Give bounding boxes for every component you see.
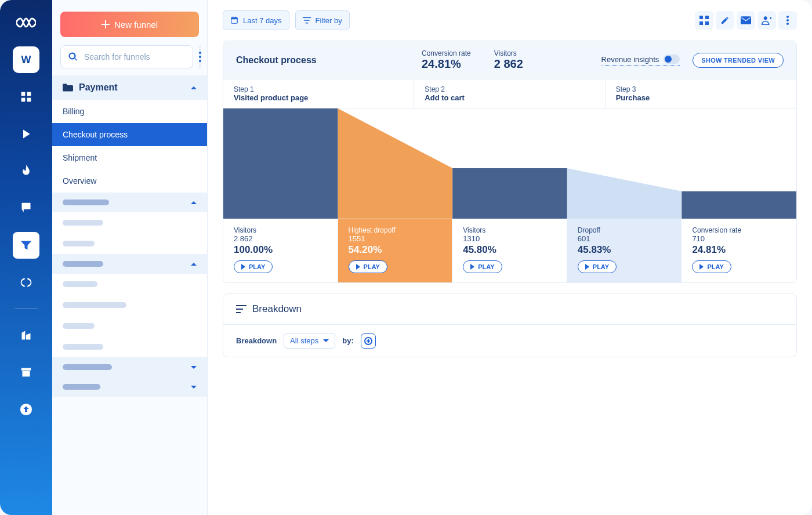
skeleton-folder[interactable] [52,193,207,212]
chevron-up-icon [191,263,197,266]
rail-separator [14,309,38,309]
svg-rect-34 [236,309,243,310]
sidebar-item-billing[interactable]: Billing [52,100,207,123]
plus-circle-icon [364,337,372,345]
nav-archive[interactable] [13,359,39,386]
svg-rect-3 [27,98,31,102]
nav-feedback[interactable] [13,195,39,222]
svg-point-12 [199,60,201,62]
svg-rect-19 [305,23,308,24]
svg-rect-5 [22,371,30,377]
action-grid[interactable] [695,11,713,30]
breakdown-label: Breakdown [236,336,277,345]
svg-rect-33 [236,305,246,306]
toolbar-actions [695,11,797,30]
svg-point-26 [786,19,789,21]
nav-org[interactable] [13,322,39,349]
filter-button[interactable]: Filter by [295,10,350,30]
nav-integrations[interactable] [13,269,39,296]
filter-icon [303,17,311,24]
step-header-3: Step 3Purchase [606,79,796,108]
svg-rect-2 [21,98,26,102]
metric-step1-dropoff: Highest dropoff 1551 54.20% PLAY [338,219,453,282]
nav-funnels[interactable] [13,232,39,259]
new-funnel-button[interactable]: New funnel [60,12,199,37]
svg-rect-6 [25,372,28,373]
chevron-up-icon [191,201,197,204]
panel-title: Checkout process [236,55,398,66]
svg-rect-28 [223,108,338,219]
breakdown-by-label: by: [342,336,354,345]
panel-header: Checkout process Conversion rate 24.81% … [223,41,796,79]
search-wrap [60,45,193,68]
nav-upload[interactable] [13,396,39,423]
nav-recordings[interactable] [13,121,39,147]
play-icon [241,264,245,270]
grid-icon [699,16,709,25]
sidebar-more-button[interactable] [199,45,201,68]
skeleton-folder[interactable] [52,357,207,377]
play-step1-dropoff[interactable]: PLAY [349,260,387,273]
svg-rect-15 [233,17,233,19]
show-trended-view-button[interactable]: SHOW TRENDED VIEW [693,53,784,68]
svg-rect-23 [705,21,709,25]
chevron-up-icon [191,86,197,89]
toolbar: Last 7 days Filter by [208,0,812,41]
svg-rect-14 [231,17,238,19]
breakdown-step-select[interactable]: All steps [284,333,335,349]
skeleton-item [52,233,207,254]
skeleton-item [52,336,207,357]
skeleton-folder[interactable] [52,377,207,397]
action-edit[interactable] [716,11,734,30]
search-input[interactable] [84,52,186,61]
svg-rect-4 [21,368,31,371]
workspace-selector[interactable]: W [13,46,39,73]
step-header-1: Step 1Visited product page [223,79,414,108]
play-step2-dropoff[interactable]: PLAY [578,260,617,273]
svg-rect-17 [303,17,311,19]
svg-rect-22 [699,21,703,25]
folder-payment[interactable]: Payment [52,75,207,100]
bars-icon [236,305,246,313]
nav-dashboard[interactable] [13,84,39,110]
funnel-chart [223,108,796,219]
metrics-row: Visitors 2 862 100.00% PLAY Highest drop… [223,219,796,282]
revenue-insights-toggle[interactable]: Revenue insights [601,55,680,66]
svg-rect-35 [236,312,241,313]
nav-heatmaps[interactable] [13,158,39,184]
step-header-2: Step 2Add to cart [414,79,605,108]
calendar-icon [230,16,238,24]
action-mail[interactable] [737,11,755,30]
svg-rect-32 [682,191,796,219]
sidebar-item-checkout[interactable]: Checkout process [52,123,207,146]
breakdown-add-button[interactable] [361,333,376,349]
sidebar-item-overview[interactable]: Overview [52,169,207,193]
play-step2-visitors[interactable]: PLAY [463,260,502,273]
metric-step2-dropoff: Dropoff 601 45.83% PLAY [567,219,682,282]
skeleton-item [52,295,207,315]
metric-step2-visitors: Visitors 1310 45.80% PLAY [452,219,567,282]
plus-icon [102,20,110,28]
stat-visitors: Visitors 2 862 [494,49,523,71]
play-step3[interactable]: PLAY [692,260,731,273]
sidebar-item-shipment[interactable]: Shipment [52,146,207,169]
metric-step1-visitors: Visitors 2 862 100.00% PLAY [223,219,338,282]
skeleton-folder[interactable] [52,254,207,274]
svg-rect-16 [235,17,236,19]
steps-header: Step 1Visited product page Step 2Add to … [223,79,796,108]
breakdown-panel: Breakdown Breakdown All steps by: [223,293,797,357]
action-more[interactable] [778,11,797,30]
search-icon [68,52,78,62]
chevron-down-icon [191,366,197,369]
more-vertical-icon [199,52,201,62]
play-icon [470,264,474,270]
nav-rail: W [0,0,52,515]
action-share[interactable] [757,11,776,30]
play-step1-visitors[interactable]: PLAY [234,260,273,273]
stat-conversion: Conversion rate 24.81% [422,49,471,71]
svg-point-25 [786,16,789,18]
play-icon [356,264,360,270]
metric-step3-conversion: Conversion rate 710 24.81% PLAY [682,219,796,282]
svg-rect-20 [699,16,703,19]
date-range-button[interactable]: Last 7 days [223,10,289,30]
